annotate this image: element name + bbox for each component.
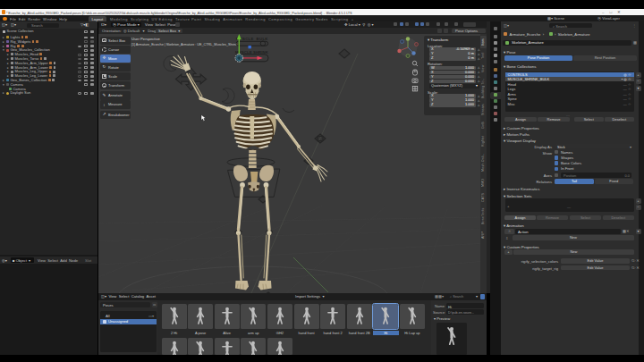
svg-text:MUSCLE SHRINK: MUSCLE SHRINK — [235, 50, 269, 55]
